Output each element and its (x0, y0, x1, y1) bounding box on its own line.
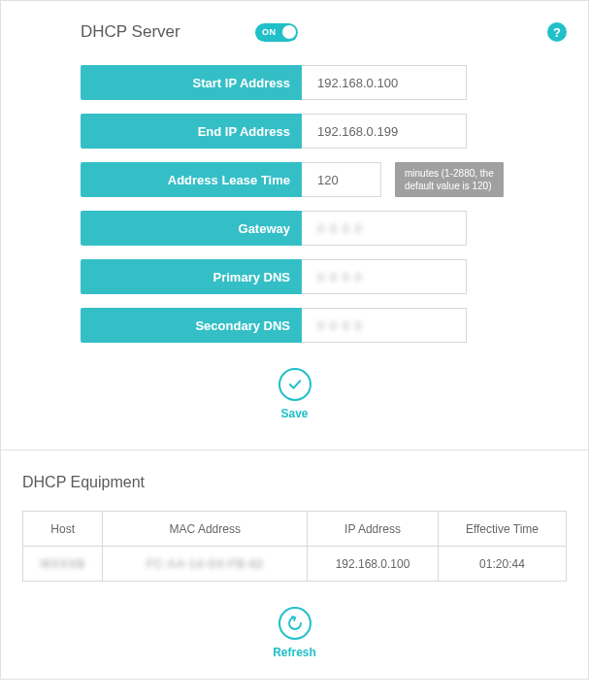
primary-dns-value-placeholder: 0 0 0 0 (302, 270, 363, 284)
col-host: Host (23, 512, 103, 547)
end-ip-input[interactable] (302, 115, 466, 148)
table-row: WXXXB FC-AA-14-SX-FB-62 192.168.0.100 01… (23, 547, 567, 582)
refresh-label: Refresh (22, 646, 567, 659)
cell-host: WXXXB (23, 547, 103, 582)
cell-mac: FC-AA-14-SX-FB-62 (103, 547, 308, 582)
cell-ip: 192.168.0.100 (308, 547, 439, 582)
refresh-button[interactable] (278, 607, 311, 640)
table-header-row: Host MAC Address IP Address Effective Ti… (23, 512, 567, 547)
start-ip-input[interactable] (302, 66, 466, 99)
refresh-icon (286, 615, 304, 632)
secondary-dns-label: Secondary DNS (81, 308, 302, 343)
cell-time: 01:20:44 (438, 547, 566, 582)
end-ip-label: End IP Address (81, 114, 302, 149)
start-ip-label: Start IP Address (81, 65, 302, 100)
gateway-label: Gateway (81, 211, 302, 246)
lease-input[interactable] (302, 163, 380, 196)
save-button[interactable] (278, 368, 311, 401)
save-label: Save (22, 407, 567, 420)
check-icon (286, 376, 304, 393)
secondary-dns-value-placeholder: 0 0 0 0 (302, 318, 363, 333)
lease-hint: minutes (1-2880, the default value is 12… (395, 162, 504, 197)
col-time: Effective Time (438, 512, 566, 547)
col-mac: MAC Address (103, 512, 308, 547)
gateway-value-placeholder: 0 0 0 0 (302, 221, 363, 236)
toggle-knob (282, 25, 296, 39)
col-ip: IP Address (308, 512, 439, 547)
lease-label: Address Lease Time (81, 162, 302, 197)
help-icon[interactable]: ? (547, 22, 567, 42)
dhcp-toggle[interactable]: ON (255, 23, 298, 42)
equipment-table: Host MAC Address IP Address Effective Ti… (22, 511, 567, 582)
primary-dns-label: Primary DNS (81, 259, 302, 294)
equipment-title: DHCP Equipment (22, 474, 567, 491)
toggle-state-label: ON (262, 27, 277, 37)
page-title: DHCP Server (81, 22, 255, 42)
